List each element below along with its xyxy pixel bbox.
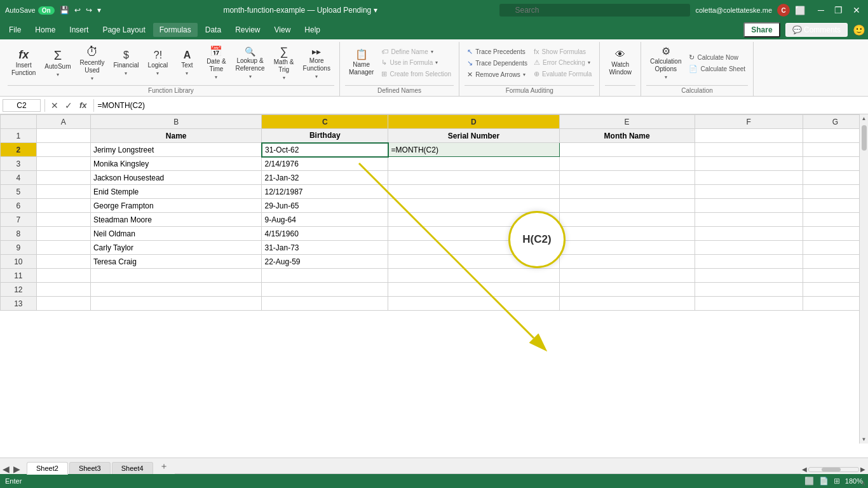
cell-A12[interactable] [36, 283, 90, 297]
create-from-selection-button[interactable]: ⊞ Create from Selection [379, 69, 454, 79]
tab-sheet2[interactable]: Sheet2 [27, 462, 68, 475]
cell-E6[interactable] [559, 199, 695, 213]
search-input[interactable] [499, 4, 690, 17]
calculate-now-button[interactable]: ↻ Calculate Now [686, 52, 748, 63]
ribbon-expand-icon[interactable]: ∧ [861, 480, 865, 487]
vertical-scrollbar[interactable]: ▲ ▼ [859, 114, 868, 444]
cell-F1[interactable] [695, 129, 803, 143]
cell-B5[interactable]: Enid Stemple [90, 185, 262, 199]
more-functions-button[interactable]: ▸▸ MoreFunctions ▾ [299, 44, 334, 82]
cell-D7[interactable] [388, 213, 560, 227]
cell-G12[interactable] [803, 283, 867, 297]
scroll-thumb[interactable] [862, 125, 867, 151]
cell-C10[interactable]: 22-Aug-59 [262, 255, 388, 269]
cell-G10[interactable] [803, 255, 867, 269]
cell-B13[interactable] [90, 297, 262, 311]
col-header-A[interactable]: A [36, 115, 90, 129]
col-header-C[interactable]: C [262, 115, 388, 129]
remove-arrows-button[interactable]: ✕ Remove Arrows ▾ [465, 69, 530, 80]
cell-C13[interactable] [262, 297, 388, 311]
cell-G2[interactable] [803, 143, 867, 157]
confirm-formula-button[interactable]: ✓ [63, 100, 74, 111]
cell-reference-input[interactable] [3, 99, 41, 112]
cell-G3[interactable] [803, 157, 867, 171]
row-header-5[interactable]: 5 [1, 185, 37, 199]
fullscreen-icon[interactable]: ⬜ [795, 6, 805, 15]
cell-A1[interactable] [36, 129, 90, 143]
share-button[interactable]: Share [743, 22, 780, 37]
menu-home[interactable]: Home [29, 23, 62, 37]
hscroll-right[interactable]: ▶ [860, 466, 865, 473]
normal-view-button[interactable]: ⬜ [804, 477, 814, 485]
cell-D11[interactable] [388, 269, 560, 283]
cell-E4[interactable] [559, 171, 695, 185]
row-header-8[interactable]: 8 [1, 227, 37, 241]
cell-E8[interactable] [559, 227, 695, 241]
undo-icon[interactable]: ↩ [74, 6, 81, 15]
row-header-1[interactable]: 1 [1, 129, 37, 143]
use-in-formula-button[interactable]: ↳ Use in Formula ▾ [379, 57, 454, 68]
cell-F5[interactable] [695, 185, 803, 199]
hscroll-left[interactable]: ◀ [802, 466, 807, 473]
cell-D2[interactable]: =MONTH(C2) [388, 143, 560, 157]
col-header-F[interactable]: F [695, 115, 803, 129]
cell-C2[interactable]: 31-Oct-62 [262, 143, 388, 157]
cell-F7[interactable] [695, 213, 803, 227]
cell-C4[interactable]: 21-Jan-32 [262, 171, 388, 185]
calculation-options-button[interactable]: ⚙ CalculationOptions ▾ [646, 44, 685, 83]
cell-D12[interactable] [388, 283, 560, 297]
cell-A13[interactable] [36, 297, 90, 311]
formula-input[interactable] [98, 101, 865, 110]
cell-B1[interactable]: Name [90, 129, 262, 143]
cell-C12[interactable] [262, 283, 388, 297]
emoji-button[interactable]: 🙂 [853, 24, 865, 36]
horizontal-scrollbar[interactable] [808, 467, 859, 472]
cell-E13[interactable] [559, 297, 695, 311]
cell-B9[interactable]: Carly Taylor [90, 241, 262, 255]
cell-B8[interactable]: Neil Oldman [90, 227, 262, 241]
close-button[interactable]: ✕ [850, 5, 863, 15]
cell-G8[interactable] [803, 227, 867, 241]
cell-D5[interactable] [388, 185, 560, 199]
cell-A9[interactable] [36, 241, 90, 255]
cell-B11[interactable] [90, 269, 262, 283]
hscroll-thumb[interactable] [822, 468, 841, 471]
minimize-button[interactable]: ─ [815, 5, 827, 15]
logical-button[interactable]: ?! Logical ▾ [144, 44, 172, 82]
autosum-button[interactable]: Σ AutoSum ▾ [41, 44, 74, 82]
cell-E11[interactable] [559, 269, 695, 283]
scroll-tabs-left[interactable]: ◀ [3, 464, 10, 474]
cell-D9[interactable] [388, 241, 560, 255]
cell-A4[interactable] [36, 171, 90, 185]
page-layout-view-button[interactable]: 📄 [819, 477, 829, 485]
cell-B4[interactable]: Jackson Housestead [90, 171, 262, 185]
financial-button[interactable]: $ Financial ▾ [109, 44, 142, 82]
row-header-3[interactable]: 3 [1, 157, 37, 171]
cell-F8[interactable] [695, 227, 803, 241]
cell-A10[interactable] [36, 255, 90, 269]
cell-C9[interactable]: 31-Jan-73 [262, 241, 388, 255]
cell-G9[interactable] [803, 241, 867, 255]
cell-F11[interactable] [695, 269, 803, 283]
row-header-2[interactable]: 2 [1, 143, 37, 157]
watch-window-button[interactable]: 👁 WatchWindow [605, 44, 635, 82]
menu-formulas[interactable]: Formulas [153, 23, 198, 37]
col-header-G[interactable]: G [803, 115, 867, 129]
error-checking-button[interactable]: ⚠ Error Checking ▾ [531, 57, 594, 68]
cell-A6[interactable] [36, 199, 90, 213]
cell-E5[interactable] [559, 185, 695, 199]
tab-sheet4[interactable]: Sheet4 [112, 462, 153, 474]
restore-button[interactable]: ❐ [832, 5, 845, 15]
autosave-toggle[interactable]: On [38, 6, 55, 15]
cell-F3[interactable] [695, 157, 803, 171]
cell-A2[interactable] [36, 143, 90, 157]
cell-C5[interactable]: 12/12/1987 [262, 185, 388, 199]
cell-G4[interactable] [803, 171, 867, 185]
cell-C1[interactable]: Birthday [262, 129, 388, 143]
row-header-9[interactable]: 9 [1, 241, 37, 255]
evaluate-formula-button[interactable]: ⊕ Evaluate Formula [531, 69, 594, 79]
cell-A8[interactable] [36, 227, 90, 241]
cell-D6[interactable] [388, 199, 560, 213]
cell-G13[interactable] [803, 297, 867, 311]
row-header-6[interactable]: 6 [1, 199, 37, 213]
